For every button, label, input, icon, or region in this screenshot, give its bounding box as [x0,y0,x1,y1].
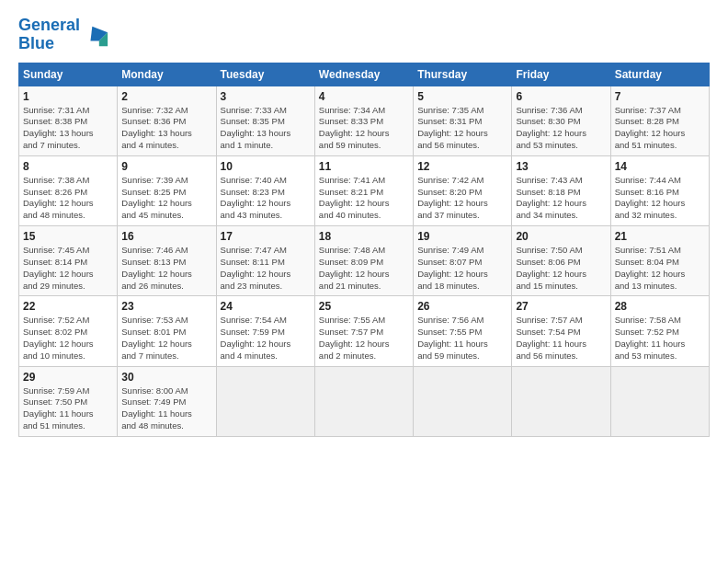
day-info: Sunrise: 7:34 AM Sunset: 8:33 PM Dayligh… [319,105,409,152]
day-number: 20 [516,230,606,243]
logo-text: General [18,17,80,35]
day-info: Sunrise: 7:46 AM Sunset: 8:13 PM Dayligh… [121,245,211,292]
day-cell: 24Sunrise: 7:54 AM Sunset: 7:59 PM Dayli… [216,296,314,366]
day-info: Sunrise: 7:51 AM Sunset: 8:04 PM Dayligh… [615,245,705,292]
col-header-sunday: Sunday [19,63,118,86]
calendar-table: SundayMondayTuesdayWednesdayThursdayFrid… [18,63,710,437]
col-header-thursday: Thursday [414,63,512,86]
day-number: 26 [417,300,507,313]
day-info: Sunrise: 7:53 AM Sunset: 8:01 PM Dayligh… [121,315,211,362]
day-cell: 14Sunrise: 7:44 AM Sunset: 8:16 PM Dayli… [610,155,709,225]
day-cell: 11Sunrise: 7:41 AM Sunset: 8:21 PM Dayli… [314,155,413,225]
day-cell: 6Sunrise: 7:36 AM Sunset: 8:30 PM Daylig… [512,86,610,155]
day-cell: 30Sunrise: 8:00 AM Sunset: 7:49 PM Dayli… [118,366,216,436]
day-number: 3 [221,90,311,103]
week-row-5: 29Sunrise: 7:59 AM Sunset: 7:50 PM Dayli… [19,366,710,436]
day-cell: 28Sunrise: 7:58 AM Sunset: 7:52 PM Dayli… [610,296,709,366]
day-number: 25 [319,300,409,313]
day-info: Sunrise: 7:56 AM Sunset: 7:55 PM Dayligh… [417,315,507,362]
day-info: Sunrise: 7:59 AM Sunset: 7:50 PM Dayligh… [23,385,113,432]
day-cell: 8Sunrise: 7:38 AM Sunset: 8:26 PM Daylig… [19,155,118,225]
day-number: 4 [319,90,409,103]
day-info: Sunrise: 7:54 AM Sunset: 7:59 PM Dayligh… [221,315,311,362]
day-cell: 21Sunrise: 7:51 AM Sunset: 8:04 PM Dayli… [610,226,709,296]
day-info: Sunrise: 7:31 AM Sunset: 8:38 PM Dayligh… [23,105,113,152]
day-number: 1 [23,90,113,103]
day-cell: 9Sunrise: 7:39 AM Sunset: 8:25 PM Daylig… [118,155,216,225]
day-number: 16 [121,230,211,243]
day-info: Sunrise: 7:40 AM Sunset: 8:23 PM Dayligh… [221,175,311,222]
day-number: 30 [121,371,211,384]
day-cell: 2Sunrise: 7:32 AM Sunset: 8:36 PM Daylig… [118,86,216,155]
day-info: Sunrise: 7:33 AM Sunset: 8:35 PM Dayligh… [221,105,311,152]
day-info: Sunrise: 7:32 AM Sunset: 8:36 PM Dayligh… [121,105,211,152]
day-info: Sunrise: 7:49 AM Sunset: 8:07 PM Dayligh… [417,245,507,292]
day-number: 21 [615,230,705,243]
day-cell: 19Sunrise: 7:49 AM Sunset: 8:07 PM Dayli… [414,226,512,296]
day-cell: 4Sunrise: 7:34 AM Sunset: 8:33 PM Daylig… [314,86,413,155]
day-info: Sunrise: 7:43 AM Sunset: 8:18 PM Dayligh… [516,175,606,222]
col-header-saturday: Saturday [610,63,709,86]
day-cell: 17Sunrise: 7:47 AM Sunset: 8:11 PM Dayli… [216,226,314,296]
day-number: 6 [516,90,606,103]
day-info: Sunrise: 7:42 AM Sunset: 8:20 PM Dayligh… [417,175,507,222]
day-number: 10 [221,160,311,173]
day-cell: 15Sunrise: 7:45 AM Sunset: 8:14 PM Dayli… [19,226,118,296]
day-number: 11 [319,160,409,173]
day-info: Sunrise: 7:44 AM Sunset: 8:16 PM Dayligh… [615,175,705,222]
week-row-3: 15Sunrise: 7:45 AM Sunset: 8:14 PM Dayli… [19,226,710,296]
col-header-friday: Friday [512,63,610,86]
page: General Blue SundayMondayTuesdayWednesda… [0,0,728,446]
day-cell: 7Sunrise: 7:37 AM Sunset: 8:28 PM Daylig… [610,86,709,155]
day-cell: 1Sunrise: 7:31 AM Sunset: 8:38 PM Daylig… [19,86,118,155]
day-number: 29 [23,371,113,384]
day-cell: 16Sunrise: 7:46 AM Sunset: 8:13 PM Dayli… [118,226,216,296]
day-info: Sunrise: 7:48 AM Sunset: 8:09 PM Dayligh… [319,245,409,292]
day-number: 22 [23,300,113,313]
day-info: Sunrise: 7:38 AM Sunset: 8:26 PM Dayligh… [23,175,113,222]
day-number: 18 [319,230,409,243]
day-info: Sunrise: 7:45 AM Sunset: 8:14 PM Dayligh… [23,245,113,292]
day-info: Sunrise: 7:50 AM Sunset: 8:06 PM Dayligh… [516,245,606,292]
header-row: SundayMondayTuesdayWednesdayThursdayFrid… [19,63,710,86]
day-info: Sunrise: 7:39 AM Sunset: 8:25 PM Dayligh… [121,175,211,222]
day-info: Sunrise: 8:00 AM Sunset: 7:49 PM Dayligh… [121,385,211,432]
week-row-2: 8Sunrise: 7:38 AM Sunset: 8:26 PM Daylig… [19,155,710,225]
col-header-tuesday: Tuesday [216,63,314,86]
day-number: 27 [516,300,606,313]
day-cell: 23Sunrise: 7:53 AM Sunset: 8:01 PM Dayli… [118,296,216,366]
col-header-wednesday: Wednesday [314,63,413,86]
logo-icon [84,22,109,48]
day-cell: 26Sunrise: 7:56 AM Sunset: 7:55 PM Dayli… [414,296,512,366]
day-number: 24 [221,300,311,313]
day-info: Sunrise: 7:47 AM Sunset: 8:11 PM Dayligh… [221,245,311,292]
day-cell: 29Sunrise: 7:59 AM Sunset: 7:50 PM Dayli… [19,366,118,436]
day-cell [216,366,314,436]
day-cell [314,366,413,436]
day-number: 5 [417,90,507,103]
day-info: Sunrise: 7:55 AM Sunset: 7:57 PM Dayligh… [319,315,409,362]
day-number: 17 [221,230,311,243]
logo-blue: Blue [18,35,80,53]
day-cell: 22Sunrise: 7:52 AM Sunset: 8:02 PM Dayli… [19,296,118,366]
day-cell: 5Sunrise: 7:35 AM Sunset: 8:31 PM Daylig… [414,86,512,155]
week-row-1: 1Sunrise: 7:31 AM Sunset: 8:38 PM Daylig… [19,86,710,155]
day-cell: 3Sunrise: 7:33 AM Sunset: 8:35 PM Daylig… [216,86,314,155]
day-info: Sunrise: 7:36 AM Sunset: 8:30 PM Dayligh… [516,105,606,152]
day-number: 14 [615,160,705,173]
week-row-4: 22Sunrise: 7:52 AM Sunset: 8:02 PM Dayli… [19,296,710,366]
logo-blue-text: Blue [18,34,54,52]
day-info: Sunrise: 7:35 AM Sunset: 8:31 PM Dayligh… [417,105,507,152]
logo: General Blue [18,17,109,53]
day-cell: 12Sunrise: 7:42 AM Sunset: 8:20 PM Dayli… [414,155,512,225]
day-info: Sunrise: 7:37 AM Sunset: 8:28 PM Dayligh… [615,105,705,152]
day-info: Sunrise: 7:57 AM Sunset: 7:54 PM Dayligh… [516,315,606,362]
day-cell: 27Sunrise: 7:57 AM Sunset: 7:54 PM Dayli… [512,296,610,366]
day-cell: 20Sunrise: 7:50 AM Sunset: 8:06 PM Dayli… [512,226,610,296]
col-header-monday: Monday [118,63,216,86]
day-cell [610,366,709,436]
day-number: 7 [615,90,705,103]
day-number: 12 [417,160,507,173]
day-info: Sunrise: 7:58 AM Sunset: 7:52 PM Dayligh… [615,315,705,362]
logo-general: General [18,16,80,34]
